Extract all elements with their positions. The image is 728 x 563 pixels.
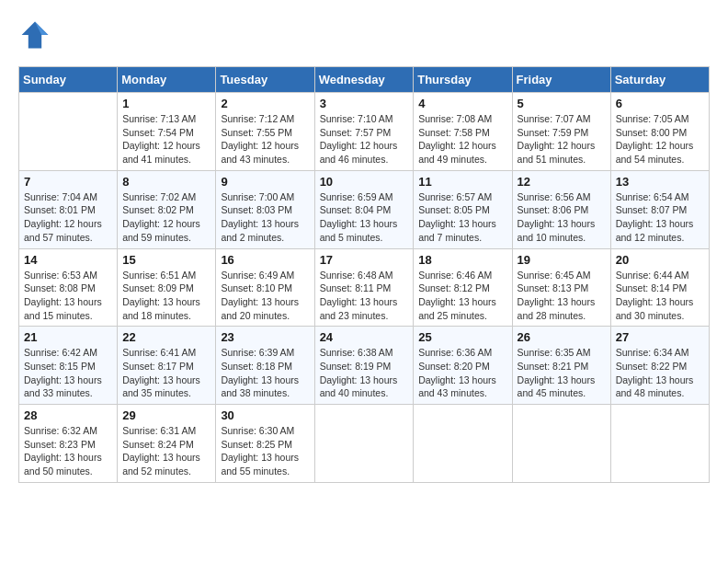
day-number: 13	[616, 175, 704, 189]
day-cell	[610, 405, 709, 483]
day-cell: 6Sunrise: 7:05 AM Sunset: 8:00 PM Daylig…	[610, 93, 709, 171]
day-number: 22	[122, 330, 210, 344]
day-number: 9	[221, 175, 309, 189]
day-cell: 22Sunrise: 6:41 AM Sunset: 8:17 PM Dayli…	[118, 327, 216, 405]
col-header-saturday: Saturday	[610, 67, 709, 93]
day-info: Sunrise: 6:31 AM Sunset: 8:24 PM Dayligh…	[122, 424, 210, 478]
day-cell: 17Sunrise: 6:48 AM Sunset: 8:11 PM Dayli…	[314, 248, 414, 327]
day-cell: 30Sunrise: 6:30 AM Sunset: 8:25 PM Dayli…	[216, 405, 314, 483]
day-number: 3	[320, 97, 409, 110]
day-cell: 26Sunrise: 6:35 AM Sunset: 8:21 PM Dayli…	[512, 327, 610, 405]
day-cell: 3Sunrise: 7:10 AM Sunset: 7:57 PM Daylig…	[314, 93, 414, 171]
day-number: 30	[221, 408, 309, 422]
calendar-table: SundayMondayTuesdayWednesdayThursdayFrid…	[18, 66, 710, 483]
day-cell: 16Sunrise: 6:49 AM Sunset: 8:10 PM Dayli…	[216, 248, 314, 327]
col-header-thursday: Thursday	[414, 67, 512, 93]
day-number: 25	[418, 330, 506, 344]
day-cell: 5Sunrise: 7:07 AM Sunset: 7:59 PM Daylig…	[512, 93, 610, 171]
day-info: Sunrise: 6:46 AM Sunset: 8:12 PM Dayligh…	[418, 269, 506, 323]
day-info: Sunrise: 6:57 AM Sunset: 8:05 PM Dayligh…	[418, 190, 506, 245]
day-number: 10	[320, 175, 409, 189]
day-number: 1	[122, 97, 210, 110]
day-cell	[19, 93, 118, 171]
day-number: 21	[24, 330, 112, 344]
logo	[18, 18, 57, 52]
day-cell: 18Sunrise: 6:46 AM Sunset: 8:12 PM Dayli…	[414, 248, 512, 327]
day-cell: 11Sunrise: 6:57 AM Sunset: 8:05 PM Dayli…	[414, 170, 512, 248]
week-row-2: 7Sunrise: 7:04 AM Sunset: 8:01 PM Daylig…	[19, 170, 710, 248]
day-number: 7	[24, 175, 112, 189]
day-info: Sunrise: 6:30 AM Sunset: 8:25 PM Dayligh…	[221, 424, 309, 478]
day-info: Sunrise: 6:36 AM Sunset: 8:20 PM Dayligh…	[418, 346, 506, 400]
day-cell: 1Sunrise: 7:13 AM Sunset: 7:54 PM Daylig…	[118, 93, 216, 171]
day-number: 5	[518, 97, 606, 110]
page-header	[18, 18, 710, 52]
col-header-friday: Friday	[512, 67, 610, 93]
col-header-sunday: Sunday	[19, 67, 118, 93]
day-cell: 10Sunrise: 6:59 AM Sunset: 8:04 PM Dayli…	[314, 170, 414, 248]
day-cell: 2Sunrise: 7:12 AM Sunset: 7:55 PM Daylig…	[216, 93, 314, 171]
day-cell: 20Sunrise: 6:44 AM Sunset: 8:14 PM Dayli…	[610, 248, 709, 327]
logo-icon	[18, 18, 51, 52]
day-number: 2	[221, 97, 309, 110]
day-cell: 8Sunrise: 7:02 AM Sunset: 8:02 PM Daylig…	[118, 170, 216, 248]
day-cell: 4Sunrise: 7:08 AM Sunset: 7:58 PM Daylig…	[414, 93, 512, 171]
day-info: Sunrise: 7:02 AM Sunset: 8:02 PM Dayligh…	[122, 190, 210, 245]
day-number: 28	[24, 408, 112, 422]
day-cell: 13Sunrise: 6:54 AM Sunset: 8:07 PM Dayli…	[610, 170, 709, 248]
col-header-monday: Monday	[118, 67, 216, 93]
day-number: 18	[418, 253, 506, 267]
day-cell: 19Sunrise: 6:45 AM Sunset: 8:13 PM Dayli…	[512, 248, 610, 327]
day-info: Sunrise: 6:45 AM Sunset: 8:13 PM Dayligh…	[518, 269, 606, 323]
day-info: Sunrise: 6:42 AM Sunset: 8:15 PM Dayligh…	[24, 346, 112, 400]
day-number: 17	[320, 253, 409, 267]
day-cell: 21Sunrise: 6:42 AM Sunset: 8:15 PM Dayli…	[19, 327, 118, 405]
day-number: 11	[418, 175, 506, 189]
day-info: Sunrise: 7:00 AM Sunset: 8:03 PM Dayligh…	[221, 190, 309, 245]
day-cell: 12Sunrise: 6:56 AM Sunset: 8:06 PM Dayli…	[512, 170, 610, 248]
week-row-1: 1Sunrise: 7:13 AM Sunset: 7:54 PM Daylig…	[19, 93, 710, 171]
day-info: Sunrise: 6:41 AM Sunset: 8:17 PM Dayligh…	[122, 346, 210, 400]
day-info: Sunrise: 6:39 AM Sunset: 8:18 PM Dayligh…	[221, 346, 309, 400]
day-info: Sunrise: 6:34 AM Sunset: 8:22 PM Dayligh…	[616, 346, 704, 400]
day-info: Sunrise: 6:59 AM Sunset: 8:04 PM Dayligh…	[320, 190, 409, 245]
day-number: 12	[518, 175, 606, 189]
day-info: Sunrise: 6:48 AM Sunset: 8:11 PM Dayligh…	[320, 269, 409, 323]
day-cell: 25Sunrise: 6:36 AM Sunset: 8:20 PM Dayli…	[414, 327, 512, 405]
day-cell: 29Sunrise: 6:31 AM Sunset: 8:24 PM Dayli…	[118, 405, 216, 483]
day-info: Sunrise: 7:10 AM Sunset: 7:57 PM Dayligh…	[320, 112, 409, 167]
day-info: Sunrise: 6:49 AM Sunset: 8:10 PM Dayligh…	[221, 269, 309, 323]
day-info: Sunrise: 6:56 AM Sunset: 8:06 PM Dayligh…	[518, 190, 606, 245]
day-info: Sunrise: 6:44 AM Sunset: 8:14 PM Dayligh…	[616, 269, 704, 323]
day-info: Sunrise: 6:32 AM Sunset: 8:23 PM Dayligh…	[24, 424, 112, 478]
day-info: Sunrise: 7:04 AM Sunset: 8:01 PM Dayligh…	[24, 190, 112, 245]
day-number: 16	[221, 253, 309, 267]
day-cell: 15Sunrise: 6:51 AM Sunset: 8:09 PM Dayli…	[118, 248, 216, 327]
day-cell: 27Sunrise: 6:34 AM Sunset: 8:22 PM Dayli…	[610, 327, 709, 405]
header-row: SundayMondayTuesdayWednesdayThursdayFrid…	[19, 67, 710, 93]
day-number: 19	[518, 253, 606, 267]
day-number: 26	[518, 330, 606, 344]
day-info: Sunrise: 7:12 AM Sunset: 7:55 PM Dayligh…	[221, 112, 309, 167]
day-info: Sunrise: 6:51 AM Sunset: 8:09 PM Dayligh…	[122, 269, 210, 323]
day-cell	[314, 405, 414, 483]
day-number: 27	[616, 330, 704, 344]
day-number: 29	[122, 408, 210, 422]
day-cell	[512, 405, 610, 483]
day-number: 8	[122, 175, 210, 189]
week-row-5: 28Sunrise: 6:32 AM Sunset: 8:23 PM Dayli…	[19, 405, 710, 483]
day-info: Sunrise: 6:38 AM Sunset: 8:19 PM Dayligh…	[320, 346, 409, 400]
day-cell: 28Sunrise: 6:32 AM Sunset: 8:23 PM Dayli…	[19, 405, 118, 483]
week-row-4: 21Sunrise: 6:42 AM Sunset: 8:15 PM Dayli…	[19, 327, 710, 405]
col-header-tuesday: Tuesday	[216, 67, 314, 93]
day-info: Sunrise: 7:13 AM Sunset: 7:54 PM Dayligh…	[122, 112, 210, 167]
day-info: Sunrise: 6:54 AM Sunset: 8:07 PM Dayligh…	[616, 190, 704, 245]
day-number: 14	[24, 253, 112, 267]
day-number: 4	[418, 97, 506, 110]
col-header-wednesday: Wednesday	[314, 67, 414, 93]
day-cell: 7Sunrise: 7:04 AM Sunset: 8:01 PM Daylig…	[19, 170, 118, 248]
day-info: Sunrise: 7:07 AM Sunset: 7:59 PM Dayligh…	[518, 112, 606, 167]
day-info: Sunrise: 6:35 AM Sunset: 8:21 PM Dayligh…	[518, 346, 606, 400]
day-info: Sunrise: 7:08 AM Sunset: 7:58 PM Dayligh…	[418, 112, 506, 167]
day-number: 6	[616, 97, 704, 110]
